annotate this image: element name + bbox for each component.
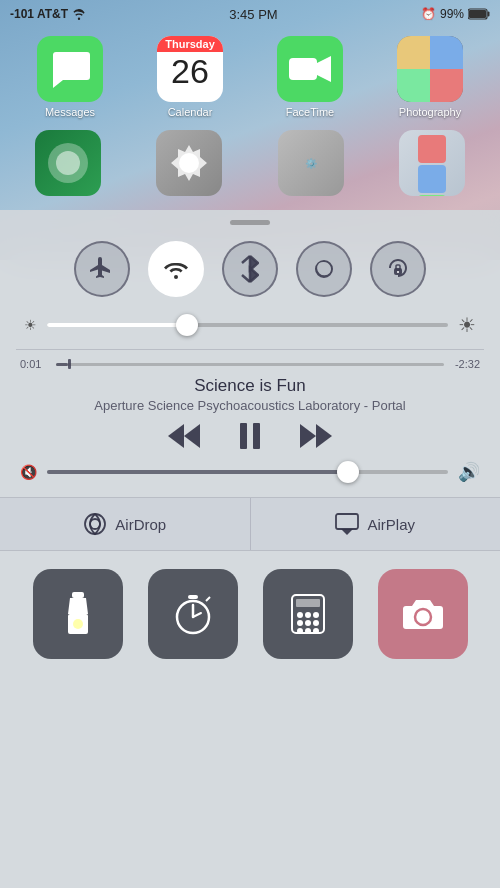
battery-percent: 99% <box>440 7 464 21</box>
svg-marker-18 <box>316 424 332 448</box>
calculator-button[interactable] <box>263 569 353 659</box>
svg-point-40 <box>305 628 311 634</box>
svg-point-19 <box>85 514 105 534</box>
app-icon-calendar[interactable]: Thursday 26 Calendar <box>140 36 240 118</box>
battery-icon <box>468 8 490 20</box>
handle-bar <box>230 220 270 225</box>
airplane-icon <box>89 256 115 282</box>
volume-fill <box>47 470 348 474</box>
app-icon-facetime[interactable]: FaceTime <box>260 36 360 118</box>
svg-point-37 <box>305 620 311 626</box>
volume-low-icon: 🔇 <box>20 464 37 480</box>
music-player: 0:01 -2:32 Science is Fun Aperture Scien… <box>0 358 500 483</box>
battery-area: ⏰ 99% <box>421 7 490 21</box>
camera-button[interactable] <box>378 569 468 659</box>
airdrop-icon <box>83 512 107 536</box>
svg-line-30 <box>206 597 210 601</box>
flashlight-icon <box>60 592 96 636</box>
pause-icon <box>240 423 260 449</box>
settings-icon-img[interactable] <box>156 130 222 196</box>
wifi-icon <box>163 258 189 280</box>
rotation-lock-icon <box>386 257 410 281</box>
alarm-icon: ⏰ <box>421 7 436 21</box>
pause-button[interactable] <box>240 423 260 449</box>
facetime-label: FaceTime <box>286 106 335 118</box>
photography-icon-img <box>397 36 463 102</box>
camera-icon <box>402 596 444 632</box>
airplay-button[interactable]: AirPlay <box>251 498 501 550</box>
volume-track[interactable] <box>47 470 448 474</box>
fast-forward-icon <box>300 424 332 448</box>
photography-label: Photography <box>399 106 461 118</box>
svg-marker-4 <box>317 56 331 82</box>
control-center: ☀ ☀ 0:01 -2:32 Science is Fun Aperture S… <box>0 210 500 888</box>
brightness-thumb <box>176 314 198 336</box>
svg-rect-2 <box>469 10 486 18</box>
svg-rect-16 <box>253 423 260 449</box>
airdrop-button[interactable]: AirDrop <box>0 498 251 550</box>
app-icon-photography[interactable]: Photography <box>380 36 480 118</box>
svg-point-41 <box>313 628 319 634</box>
toggles-row <box>0 231 500 309</box>
svg-rect-21 <box>336 514 358 529</box>
progress-row: 0:01 -2:32 <box>20 358 480 370</box>
volume-high-icon: 🔊 <box>458 461 480 483</box>
starbucks-icon[interactable] <box>35 130 101 196</box>
timer-button[interactable] <box>148 569 238 659</box>
app-row-2: ⚙️ <box>0 126 500 200</box>
folder-icon[interactable] <box>399 130 465 196</box>
clock: 3:45 PM <box>229 7 277 22</box>
svg-point-38 <box>313 620 319 626</box>
progress-thumb <box>68 359 71 369</box>
svg-rect-29 <box>188 595 198 599</box>
carrier-info: -101 AT&T <box>10 7 86 21</box>
svg-rect-11 <box>396 265 400 270</box>
svg-point-6 <box>56 151 80 175</box>
svg-point-39 <box>297 628 303 634</box>
rewind-icon <box>168 424 200 448</box>
progress-track[interactable] <box>56 363 444 366</box>
airplay-icon <box>335 513 359 535</box>
song-artist: Aperture Science Psychoacoustics Laborat… <box>20 398 480 413</box>
do-not-disturb-toggle[interactable] <box>296 241 352 297</box>
svg-rect-1 <box>488 12 490 17</box>
fast-forward-button[interactable] <box>300 424 332 448</box>
svg-point-12 <box>397 271 399 273</box>
misc-icon[interactable]: ⚙️ <box>278 130 344 196</box>
flashlight-button[interactable] <box>33 569 123 659</box>
rewind-button[interactable] <box>168 424 200 448</box>
app-icon-messages[interactable]: Messages <box>20 36 120 118</box>
airdrop-label: AirDrop <box>115 516 166 533</box>
bluetooth-icon <box>241 255 259 283</box>
svg-rect-23 <box>72 592 84 598</box>
remaining-time: -2:32 <box>452 358 480 370</box>
svg-point-35 <box>313 612 319 618</box>
carrier-text: -101 AT&T <box>10 7 68 21</box>
rotation-lock-toggle[interactable] <box>370 241 426 297</box>
status-bar: -101 AT&T 3:45 PM ⏰ 99% <box>0 0 500 28</box>
wifi-status-icon <box>72 9 86 20</box>
speech-bubble-icon <box>49 50 91 88</box>
calculator-icon <box>290 593 326 635</box>
svg-point-34 <box>305 612 311 618</box>
calendar-icon-img: Thursday 26 <box>157 36 223 102</box>
bluetooth-toggle[interactable] <box>222 241 278 297</box>
svg-rect-32 <box>296 599 320 607</box>
quick-access-row <box>0 551 500 669</box>
svg-rect-15 <box>240 423 247 449</box>
wifi-toggle[interactable] <box>148 241 204 297</box>
pull-handle-area[interactable] <box>0 210 500 231</box>
messages-icon-img <box>37 36 103 102</box>
svg-point-33 <box>297 612 303 618</box>
calendar-day: Thursday <box>157 36 223 52</box>
svg-rect-3 <box>289 58 317 80</box>
brightness-track[interactable] <box>47 323 448 327</box>
brightness-fill <box>47 323 187 327</box>
moon-icon <box>313 258 335 280</box>
svg-marker-13 <box>184 424 200 448</box>
video-camera-icon <box>288 54 332 84</box>
airplane-mode-toggle[interactable] <box>74 241 130 297</box>
brightness-low-icon: ☀ <box>24 317 37 333</box>
volume-row: 🔇 🔊 <box>20 461 480 483</box>
svg-point-36 <box>297 620 303 626</box>
